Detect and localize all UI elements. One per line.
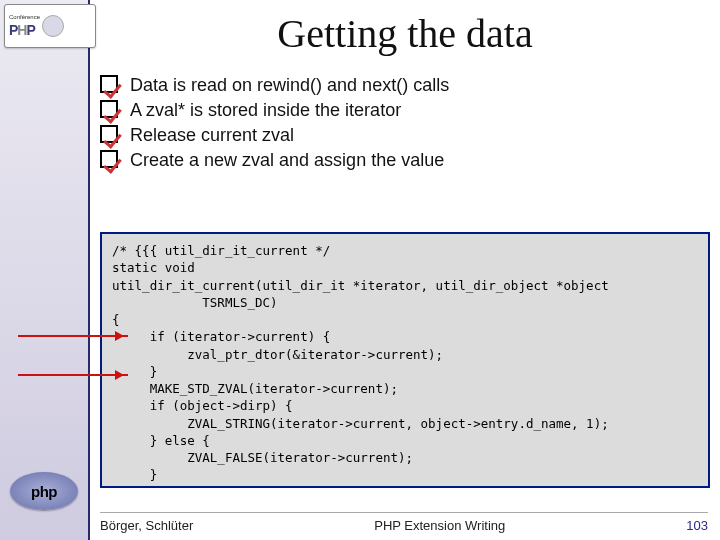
slide: Conférence PHP Getting the data Data is … bbox=[0, 0, 720, 540]
footer-page-number: 103 bbox=[686, 518, 708, 533]
arrow-icon bbox=[18, 374, 128, 376]
bullet-text: Data is read on rewind() and next() call… bbox=[130, 75, 449, 96]
bullet-text: A zval* is stored inside the iterator bbox=[130, 100, 401, 121]
bullet-text: Release current zval bbox=[130, 125, 294, 146]
bullet-text: Create a new zval and assign the value bbox=[130, 150, 444, 171]
bullet-item: Create a new zval and assign the value bbox=[100, 150, 700, 171]
bullet-item: Release current zval bbox=[100, 125, 700, 146]
vertical-divider bbox=[88, 0, 90, 540]
footer: Börger, Schlüter PHP Extension Writing 1… bbox=[100, 512, 708, 534]
php-logo-text: php bbox=[31, 483, 57, 500]
elephant-icon bbox=[42, 15, 64, 37]
footer-authors: Börger, Schlüter bbox=[100, 518, 193, 533]
bullet-item: A zval* is stored inside the iterator bbox=[100, 100, 700, 121]
checkbox-checked-icon bbox=[100, 125, 118, 143]
checkbox-checked-icon bbox=[100, 75, 118, 93]
code-block: /* {{{ util_dir_it_current */ static voi… bbox=[100, 232, 710, 488]
conference-logo: Conférence PHP bbox=[4, 4, 96, 48]
conference-logo-text: Conférence PHP bbox=[9, 14, 40, 39]
sidebar bbox=[0, 0, 88, 540]
bullet-item: Data is read on rewind() and next() call… bbox=[100, 75, 700, 96]
checkbox-checked-icon bbox=[100, 150, 118, 168]
checkbox-checked-icon bbox=[100, 100, 118, 118]
php-logo: php bbox=[10, 472, 78, 510]
arrow-icon bbox=[18, 335, 128, 337]
bullet-list: Data is read on rewind() and next() call… bbox=[100, 75, 700, 175]
footer-title: PHP Extension Writing bbox=[193, 518, 686, 533]
conference-line1: Conférence bbox=[9, 14, 40, 21]
conference-php: PHP bbox=[9, 22, 40, 38]
slide-title: Getting the data bbox=[100, 10, 710, 57]
